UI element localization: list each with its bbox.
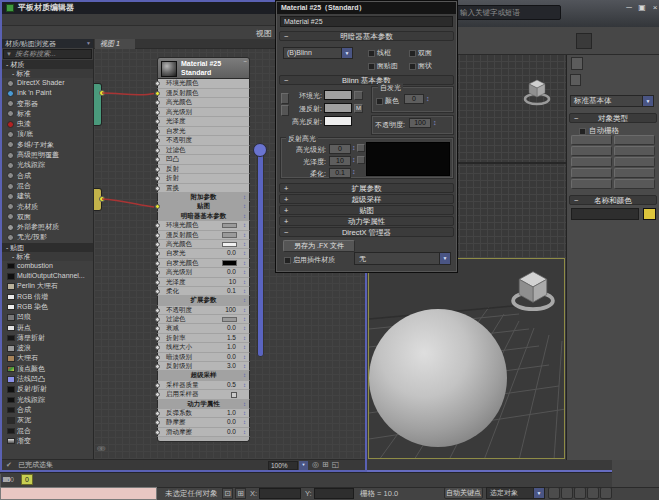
node-parameter-row[interactable]: 暗淡级别 0.0 ↕ [157,353,250,362]
viewport-nav-icon[interactable] [616,487,626,499]
shader-basic-rollout[interactable]: − 明暗器基本参数 [279,31,454,41]
output-socket[interactable] [99,196,105,202]
slate-toolbar-icon[interactable] [31,27,44,38]
browser-subgroup-standard[interactable]: - 标准 [2,252,93,261]
material-list-item[interactable]: 壳材质 [2,202,93,212]
browser-subgroup-standard[interactable]: - 标准 [2,69,93,78]
spinner-icon[interactable]: ↕ [243,315,246,324]
create-category-icon[interactable] [606,74,617,86]
ambient-color-swatch[interactable] [324,90,352,100]
parameter-checkbox[interactable] [231,392,237,398]
viewcube-icon[interactable] [507,267,559,313]
map-list-item[interactable]: 合成 [2,405,93,415]
spinner-icon[interactable]: ↕ [243,259,246,268]
command-panel-tab-icon[interactable] [597,57,609,70]
ambient-lock-button[interactable] [354,91,363,100]
map-list-item[interactable]: combustion [2,261,93,271]
node-parameter-row[interactable]: 滑动摩擦 0.0 ↕ [157,428,250,437]
auto-key-button[interactable]: 自动关键点 [444,487,483,499]
slate-toolbar-icon[interactable] [5,27,18,38]
spinner-icon[interactable]: ↕ [243,400,246,409]
map-list-item[interactable]: 法线凹凸 [2,374,93,384]
sphere-object[interactable] [369,309,507,447]
node-slot-row[interactable]: 折射 [157,174,250,184]
lock-selection-toggle[interactable]: ⊡ [222,488,233,499]
viewport-nav-icon[interactable] [638,487,648,499]
material-list-item[interactable]: 外部参照材质 [2,222,93,232]
spinner-icon[interactable]: ↕ [243,202,246,211]
input-socket[interactable] [155,233,160,238]
node-parameter-row[interactable]: 光泽度 10 ↕ [157,278,250,287]
viewport-nav-icon[interactable] [627,487,637,499]
map-list-item[interactable]: 光线跟踪 [2,395,93,405]
menu-item[interactable] [12,14,22,25]
input-socket[interactable] [155,100,160,105]
track-bar[interactable] [366,460,612,472]
parameter-value[interactable]: 0.0 [227,324,236,333]
spinner-icon[interactable]: ↕ [243,371,246,380]
create-category-icon[interactable] [594,74,605,86]
menu-item[interactable] [32,14,42,25]
map-list-item[interactable]: 反射/折射 [2,384,93,394]
spinner-icon[interactable]: ↕ [243,193,246,202]
selfillumination-value-field[interactable]: 0 [404,94,424,104]
save-fx-button[interactable]: 另存为 .FX 文件 [283,240,355,252]
slate-toolbar-icon[interactable] [122,27,135,38]
map-node-partial-yellow[interactable] [94,188,102,211]
object-type-rollout[interactable]: − 对象类型 [569,113,657,123]
node-slot-row[interactable]: 光泽度 [157,117,250,127]
dialog-titlebar[interactable]: Material #25（Standard） [277,2,456,14]
node-slot-row[interactable]: 反射 [157,165,250,175]
parameter-value[interactable]: 0.0 [227,353,236,362]
primitive-button[interactable] [614,146,655,156]
spinner-icon[interactable]: ↕ [243,381,246,390]
toolbar-icon[interactable] [542,33,558,49]
material-list-item[interactable]: DirectX Shader [2,78,93,88]
node-slot-row[interactable]: 环境光颜色 [157,79,250,89]
browser-search-input[interactable]: ▼ 按名称搜索... [3,49,92,59]
spinner-icon[interactable]: ↕ [243,212,246,221]
input-socket[interactable] [155,420,160,425]
spinner-icon[interactable]: ↕ [243,306,246,315]
expand-icon[interactable]: + [284,184,288,193]
playback-button[interactable] [574,487,586,499]
playback-button[interactable] [600,487,612,499]
collapsed-rollout[interactable]: + 贴图 [279,205,454,215]
restore-button[interactable]: ▣ [637,3,647,12]
material-list-item[interactable]: 虫漆 [2,119,93,129]
input-socket[interactable] [155,289,160,294]
playback-button[interactable] [587,487,599,499]
create-category-icon[interactable] [630,74,641,86]
collapse-icon[interactable]: − [284,76,288,85]
node-parameter-row[interactable]: 环境光颜色 ↕ [157,221,250,230]
menu-item[interactable] [52,14,62,25]
input-socket[interactable] [155,176,160,181]
input-socket[interactable] [155,308,160,313]
material-list-item[interactable]: 合成 [2,171,93,181]
spinner-icon[interactable]: ↕ [352,156,356,163]
toolbar-icon[interactable] [457,33,473,49]
material-node[interactable]: Material #25 Standard − 环境光颜色 漫反射颜色 高光颜色 [157,57,250,442]
faceted-checkbox[interactable] [409,63,416,70]
map-list-item[interactable]: 波浪 [2,343,93,353]
command-panel-tab-icon[interactable] [649,57,659,70]
material-list-item[interactable]: 双面 [2,212,93,222]
parameter-value[interactable]: 3.0 [227,362,236,371]
input-socket[interactable] [155,91,160,96]
material-list-item[interactable]: 顶/底 [2,129,93,139]
playback-button[interactable] [548,487,560,499]
viewcube-icon[interactable] [520,77,554,107]
input-socket[interactable] [155,138,160,143]
node-parameter-row[interactable]: 不透明度 100 ↕ [157,306,250,315]
object-color-swatch[interactable] [643,208,656,220]
material-list-item[interactable]: Ink 'n Paint [2,88,93,98]
slate-toolbar-icon[interactable] [135,27,148,38]
slate-toolbar-icon[interactable] [18,27,31,38]
node-parameter-row[interactable]: 启用采样器 ↕ [157,390,250,399]
selfillumination-color-checkbox[interactable] [376,98,383,105]
primitive-type-dropdown[interactable]: 标准基本体 ▼ [570,95,654,107]
view-tab-1[interactable]: 视图 1 [95,39,135,49]
input-socket[interactable] [155,317,160,322]
input-socket[interactable] [155,280,160,285]
node-slot-row[interactable]: 自发光 [157,127,250,137]
